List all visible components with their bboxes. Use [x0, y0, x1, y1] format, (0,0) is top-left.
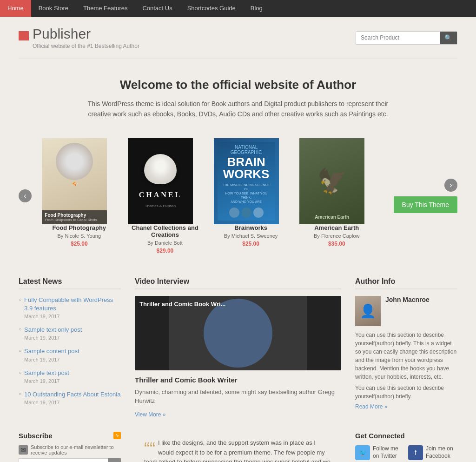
- book-author: By Michael S. Sweeney: [214, 233, 288, 239]
- facebook-icon: f: [408, 445, 423, 460]
- video-section: Video Interview Thriller and Comic Book …: [135, 277, 341, 418]
- book-cover-food[interactable]: 🍕 Food Photography From Snapshots to Gre…: [42, 138, 107, 224]
- news-link[interactable]: Sample text only post: [24, 326, 82, 333]
- quote-body: I like the designs, and the support syst…: [144, 439, 331, 462]
- facebook-label: Join me on Facebook: [426, 445, 457, 460]
- book-item: CHANEL Thames & Hudson Chanel Collection…: [128, 138, 202, 254]
- main-content: Latest News ○ Fully Compatible with Word…: [0, 268, 476, 427]
- name-input-wrapper: ›: [19, 458, 121, 462]
- news-date: March 19, 2017: [24, 357, 79, 362]
- author-name: John Macnroe: [385, 296, 430, 303]
- food-photo-title: Food Photography: [45, 213, 104, 218]
- subscribe-title: Subscribe ∿: [19, 432, 121, 440]
- news-date: March 19, 2017: [24, 378, 69, 384]
- search-input[interactable]: [356, 32, 440, 44]
- nav-contact[interactable]: Contact Us: [135, 0, 179, 17]
- news-link[interactable]: 10 Outstanding Facts About Estonia: [24, 391, 120, 398]
- video-title: Video Interview: [135, 277, 341, 289]
- chanel-title: CHANEL: [139, 191, 182, 199]
- logo: Publisher Official website of the #1 Bes…: [19, 26, 139, 49]
- book-item: 🦅 American Earth American Earth By Flore…: [299, 138, 374, 254]
- nav-shortcodes[interactable]: Shortcodes Guide: [180, 0, 243, 17]
- subscribe-row: ✉ Subscribe to our e-mail newsletter to …: [19, 444, 121, 455]
- news-section: Latest News ○ Fully Compatible with Word…: [19, 277, 121, 418]
- news-link[interactable]: Sample text post: [24, 369, 69, 376]
- news-date: March 19, 2017: [24, 314, 121, 319]
- book-cover-brain[interactable]: NATIONAL GEOGRAPHIC BRAINWORKS THE MIND …: [214, 138, 279, 224]
- author-card: 👤 John Macnroe: [355, 296, 457, 326]
- book-price: $25.00: [42, 241, 116, 247]
- author-description: You can use this section to describe you…: [355, 331, 457, 381]
- social-grid: 🐦 Follow me on Twitter f Join me on Face…: [355, 445, 457, 462]
- news-bullet: ○: [19, 297, 21, 302]
- news-item: ○ Sample text only post March 19, 2017: [19, 326, 121, 341]
- book-author: By Florence Caplow: [299, 233, 374, 239]
- book-carousel: ‹ 🍕 Food Photography From Snapshots to G…: [0, 129, 476, 268]
- author-avatar: 👤: [355, 296, 381, 326]
- news-item: ○ Sample text post March 19, 2017: [19, 369, 121, 384]
- rss-icon: ∿: [113, 432, 121, 439]
- book-cover-american[interactable]: 🦅 American Earth: [299, 138, 364, 224]
- twitter-label: Follow me on Twitter: [373, 445, 404, 460]
- news-bullet: ○: [19, 327, 21, 332]
- view-more-link[interactable]: View More »: [135, 411, 165, 418]
- video-overlay-title: Thriller and Comic Book Wri...: [139, 301, 225, 308]
- book-price: $29.00: [128, 248, 202, 254]
- search-button[interactable]: 🔍: [440, 32, 457, 44]
- author-section: Author Info 👤 John Macnroe You can use t…: [355, 277, 457, 418]
- news-item: ○ Fully Compatible with WordPress 3.9 fe…: [19, 296, 121, 319]
- logo-text-group: Publisher Official website of the #1 Bes…: [33, 26, 139, 49]
- nav-blog[interactable]: Blog: [243, 0, 270, 17]
- social-twitter[interactable]: 🐦 Follow me on Twitter: [355, 445, 404, 460]
- news-link[interactable]: Fully Compatible with WordPress 3.9 feat…: [24, 296, 113, 312]
- connected-title: Get Connected: [355, 432, 457, 440]
- quote-mark: ““: [144, 445, 155, 453]
- interview-title: Thriller and Comic Book Writer: [135, 376, 341, 384]
- author-read-more[interactable]: Read More »: [355, 403, 457, 410]
- book-price: $35.00: [299, 241, 374, 247]
- video-description: Dynamic, charming and talented, some mig…: [135, 388, 341, 406]
- subscribe-text: Subscribe to our e-mail newsletter to re…: [31, 444, 121, 455]
- news-item: ○ 10 Outstanding Facts About Estonia Mar…: [19, 390, 121, 405]
- email-icon: ✉: [19, 445, 28, 455]
- book-author: By Nicole S. Young: [42, 233, 116, 239]
- news-bullet: ○: [19, 391, 21, 396]
- author-description-2: You can use this section to describe you…: [355, 384, 457, 401]
- bottom-section: Subscribe ∿ ✉ Subscribe to our e-mail ne…: [0, 427, 476, 462]
- connected-section: Get Connected 🐦 Follow me on Twitter f J…: [355, 432, 457, 462]
- news-item-content: Sample text only post March 19, 2017: [24, 326, 82, 341]
- site-title: Publisher: [33, 26, 139, 42]
- hero-section: Welcome to the official website of Autho…: [0, 59, 476, 129]
- news-bullet: ○: [19, 370, 21, 375]
- carousel-prev[interactable]: ‹: [19, 189, 32, 202]
- logo-icon: [19, 31, 29, 44]
- nav-bookstore[interactable]: Book Store: [31, 0, 76, 17]
- nav-theme[interactable]: Theme Features: [76, 0, 135, 17]
- news-link[interactable]: Sample content post: [24, 348, 79, 355]
- book-item: NATIONAL GEOGRAPHIC BRAINWORKS THE MIND …: [214, 138, 288, 254]
- news-title: Latest News: [19, 277, 121, 289]
- news-item-content: 10 Outstanding Facts About Estonia March…: [24, 390, 120, 405]
- books-grid: 🍕 Food Photography From Snapshots to Gre…: [32, 138, 384, 254]
- video-thumbnail[interactable]: Thriller and Comic Book Wri...: [135, 296, 341, 370]
- author-info-title: Author Info: [355, 277, 457, 289]
- news-bullet: ○: [19, 348, 21, 353]
- twitter-icon: 🐦: [355, 445, 370, 460]
- social-facebook[interactable]: f Join me on Facebook: [408, 445, 457, 460]
- carousel-next[interactable]: ›: [444, 179, 457, 192]
- quote-section: ““ I like the designs, and the support s…: [135, 432, 341, 462]
- book-title: Brainworks: [214, 224, 288, 231]
- search-bar: 🔍: [356, 31, 457, 45]
- name-input[interactable]: [19, 458, 121, 462]
- buy-theme-button[interactable]: Buy This Theme: [394, 196, 457, 213]
- news-item: ○ Sample content post March 19, 2017: [19, 347, 121, 362]
- book-price: $25.00: [214, 241, 288, 247]
- book-item: 🍕 Food Photography From Snapshots to Gre…: [42, 138, 116, 254]
- site-tagline: Official website of the #1 Bestselling A…: [33, 43, 139, 49]
- site-header: Publisher Official website of the #1 Bes…: [0, 17, 476, 59]
- news-item-content: Sample text post March 19, 2017: [24, 369, 69, 384]
- book-author: By Daniele Bott: [128, 240, 202, 246]
- book-title: Food Photography: [42, 224, 116, 231]
- book-cover-chanel[interactable]: CHANEL Thames & Hudson: [128, 138, 193, 224]
- nav-home[interactable]: Home: [0, 0, 31, 17]
